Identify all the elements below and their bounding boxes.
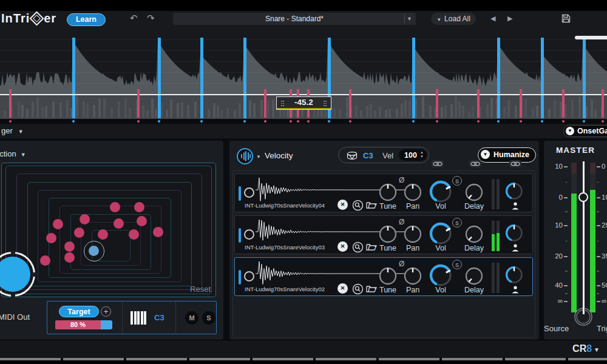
vol-knob[interactable] bbox=[427, 262, 454, 289]
onset-gate-button[interactable]: ▼ OnsetGa bbox=[563, 125, 607, 137]
knob[interactable] bbox=[403, 224, 422, 244]
rejected-hit-marker[interactable] bbox=[349, 89, 351, 118]
detection-dot[interactable] bbox=[64, 252, 75, 263]
preset-dropdown-caret-icon[interactable]: ▼ bbox=[407, 13, 412, 25]
sample-row[interactable]: Ø INT-Ludwig70sSnareVelocity03 ✕ Tune Pa… bbox=[234, 215, 533, 254]
threshold-line[interactable] bbox=[0, 94, 607, 95]
master-fader-handle[interactable] bbox=[578, 192, 588, 202]
knob[interactable] bbox=[464, 266, 484, 286]
save-icon[interactable] bbox=[561, 14, 571, 23]
rejected-hit-marker[interactable] bbox=[9, 89, 12, 118]
rejected-hit-marker[interactable] bbox=[436, 89, 438, 118]
detection-dot[interactable] bbox=[129, 229, 139, 240]
round-robin-knob[interactable] bbox=[504, 181, 524, 201]
source-trig-blend-knob[interactable] bbox=[572, 306, 594, 328]
prev-preset-icon[interactable]: ◀ bbox=[490, 15, 495, 22]
remove-sample-icon[interactable]: ✕ bbox=[337, 200, 348, 210]
detection-dot[interactable] bbox=[110, 202, 120, 212]
detection-dot[interactable] bbox=[98, 229, 108, 240]
detected-hit-marker[interactable] bbox=[497, 38, 500, 118]
link-icon[interactable] bbox=[509, 160, 521, 167]
load-all-button[interactable]: ▼Load All bbox=[431, 13, 476, 25]
round-robin-knob[interactable] bbox=[504, 265, 524, 285]
rejected-hit-marker[interactable] bbox=[602, 89, 604, 118]
threshold-value-tooltip[interactable]: -45.2 bbox=[276, 96, 331, 110]
detected-hit-marker[interactable] bbox=[243, 38, 246, 118]
vol-knob[interactable] bbox=[427, 178, 454, 205]
preview-icon[interactable] bbox=[352, 241, 364, 253]
learn-button[interactable]: Learn bbox=[67, 13, 106, 26]
tooltip-right-grip[interactable] bbox=[324, 101, 327, 106]
humanize-button[interactable]: ▼ Humanize bbox=[478, 147, 536, 163]
velocity-value-box[interactable]: 100 ▲▼ bbox=[399, 149, 427, 161]
knob[interactable] bbox=[464, 224, 484, 244]
preview-icon[interactable] bbox=[352, 283, 364, 295]
detection-header[interactable]: ection▼ bbox=[0, 149, 26, 158]
preset-selector[interactable]: Snare - Standard* ▼ bbox=[173, 13, 416, 25]
round-robin-knob[interactable] bbox=[504, 223, 524, 243]
rejected-hit-marker[interactable] bbox=[520, 89, 522, 118]
rejected-hit-marker[interactable] bbox=[477, 89, 480, 118]
open-folder-icon[interactable] bbox=[366, 243, 377, 251]
redo-icon[interactable]: ↷ bbox=[147, 13, 155, 24]
knob[interactable] bbox=[403, 183, 422, 202]
knob[interactable] bbox=[403, 266, 422, 286]
remove-sample-icon[interactable]: ✕ bbox=[337, 283, 348, 294]
solo-badge[interactable]: S bbox=[452, 176, 462, 186]
sample-note[interactable]: C3 bbox=[363, 151, 373, 160]
pad-reset-button[interactable]: Reset bbox=[190, 285, 211, 294]
rejected-hit-marker[interactable] bbox=[562, 89, 565, 118]
trigger-module-selector[interactable]: ger▼ bbox=[1, 126, 24, 135]
target-button[interactable]: Target bbox=[59, 306, 99, 317]
sample-row[interactable]: Ø INT-Ludwig70sSnareVelocity02 ✕ Tune Pa… bbox=[234, 257, 533, 296]
vol-knob[interactable] bbox=[427, 220, 454, 247]
knob[interactable] bbox=[378, 224, 398, 244]
detected-hit-marker[interactable] bbox=[72, 38, 75, 118]
add-target-button[interactable]: + bbox=[101, 306, 111, 317]
solo-badge[interactable]: S bbox=[452, 260, 462, 269]
timeline-minimap[interactable] bbox=[0, 119, 607, 124]
open-folder-icon[interactable] bbox=[366, 201, 377, 209]
detection-dot[interactable] bbox=[134, 202, 144, 212]
master-fader-track[interactable] bbox=[583, 161, 585, 314]
note-velocity-pill[interactable]: C3 Vel 100 ▲▼ bbox=[338, 147, 429, 163]
detection-dot[interactable] bbox=[74, 228, 84, 238]
detection-dot[interactable] bbox=[64, 241, 75, 252]
preview-icon[interactable] bbox=[352, 200, 364, 211]
rejected-hit-marker[interactable] bbox=[137, 89, 140, 118]
detected-hit-marker[interactable] bbox=[412, 38, 415, 118]
remove-sample-icon[interactable]: ✕ bbox=[337, 241, 348, 252]
sample-row[interactable]: Ø INT-Ludwig70sSnareVelocity04 ✕ Tune Pa… bbox=[234, 174, 533, 212]
open-folder-icon[interactable] bbox=[366, 285, 377, 293]
velocity-stepper-icon[interactable]: ▲▼ bbox=[420, 150, 424, 159]
piano-keys-icon[interactable] bbox=[131, 311, 147, 325]
waveform-display[interactable]: -45.2 bbox=[0, 27, 607, 119]
solo-badge[interactable]: S bbox=[452, 218, 462, 228]
detected-hit-marker[interactable] bbox=[583, 38, 586, 118]
brand-menu[interactable]: CR8▼ bbox=[572, 343, 600, 354]
detection-dot[interactable] bbox=[137, 216, 147, 226]
undo-icon[interactable]: ↶ bbox=[130, 13, 138, 24]
detected-hit-marker[interactable] bbox=[158, 38, 161, 118]
knob[interactable] bbox=[378, 266, 398, 286]
detection-dot[interactable] bbox=[114, 218, 124, 229]
audio-output-icon[interactable] bbox=[237, 148, 253, 164]
knob[interactable] bbox=[464, 183, 484, 202]
sensitivity-knob[interactable] bbox=[0, 252, 35, 297]
waveform-zoom-handle[interactable] bbox=[575, 36, 607, 39]
detected-hit-marker[interactable] bbox=[200, 38, 203, 118]
next-preset-icon[interactable]: ▶ bbox=[507, 15, 512, 22]
detection-cursor-dot[interactable] bbox=[89, 246, 99, 256]
midi-note-value[interactable]: C3 bbox=[154, 313, 164, 322]
target-progress-bar[interactable]: 80 % bbox=[55, 320, 112, 329]
rejected-hit-marker[interactable] bbox=[264, 89, 266, 118]
link-icon[interactable] bbox=[432, 160, 444, 167]
detection-dot[interactable] bbox=[40, 255, 50, 266]
detection-dot[interactable] bbox=[153, 227, 163, 237]
solo-button[interactable]: S bbox=[202, 311, 215, 325]
output-caret-icon[interactable]: ▼ bbox=[256, 154, 261, 160]
detection-dot[interactable] bbox=[46, 233, 56, 243]
detection-dot[interactable] bbox=[80, 214, 90, 224]
detection-dot[interactable] bbox=[53, 219, 63, 229]
mute-button[interactable]: M bbox=[185, 311, 198, 325]
